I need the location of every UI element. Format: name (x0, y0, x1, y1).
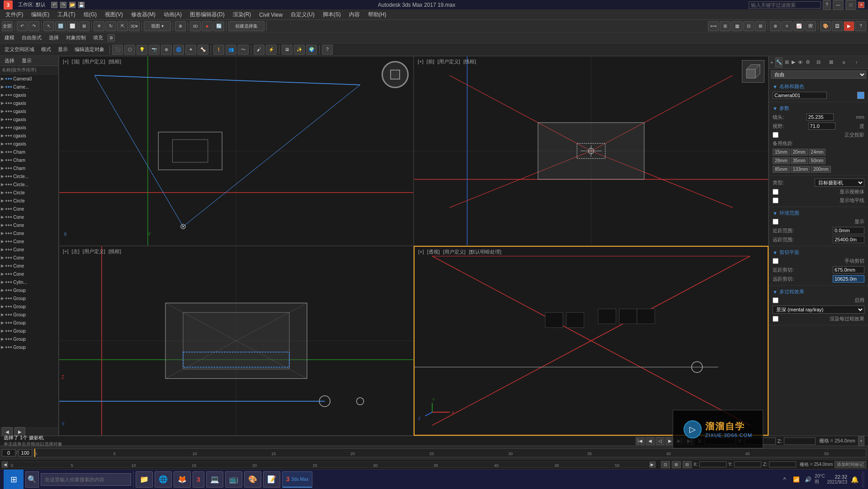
rp-tab-hierarchy[interactable]: ⊞ (784, 57, 789, 67)
taskbar-app-5[interactable]: 📺 (225, 471, 242, 488)
rp-tab-utilities[interactable]: ⚙ (805, 57, 811, 67)
rp-icon2[interactable]: ⊠ (826, 57, 836, 67)
tb3-workarea[interactable]: 定义空间区域 (2, 45, 37, 54)
scene-item-cgaxis1[interactable]: ▶●●●cgaxis (0, 91, 58, 99)
menu-view[interactable]: 视图(V) (101, 10, 127, 19)
tb3-helper[interactable]: ⊕ (161, 45, 172, 55)
scene-item-cone9[interactable]: ▶●●●Cone (0, 270, 58, 278)
tb-named-sel[interactable]: 创建选择集 (228, 21, 264, 31)
rp-ortho-checkbox[interactable] (773, 132, 778, 138)
tb3-models[interactable]: 模式 (38, 45, 54, 54)
scene-item-camera001[interactable]: ▶ ●●● Camera0 (0, 75, 58, 83)
tb2-fill[interactable]: 填充 (90, 33, 106, 42)
tb-redo[interactable]: ↷ (60, 2, 66, 8)
tb3-geo[interactable]: ⬛ (112, 45, 123, 55)
rp-icon4[interactable]: ↑ (851, 57, 861, 67)
tb2-objcontrol[interactable]: 对象控制 (63, 33, 89, 42)
menu-graphed[interactable]: 图形编辑器(D) (186, 10, 228, 19)
tb3-render2[interactable]: 🖥 (282, 45, 292, 55)
rp-icon1[interactable]: ⊟ (813, 57, 823, 67)
sidebar-scroll-right[interactable]: ▶ (14, 427, 25, 436)
coord-btn3[interactable]: ⊟ (683, 461, 692, 468)
taskbar-app-6[interactable]: 🎨 (244, 471, 261, 488)
tray-sound[interactable]: 🔊 (804, 475, 813, 484)
scene-item-group7[interactable]: ▶●●●Group (0, 335, 58, 343)
scene-item-cgaxis4[interactable]: ▶●●●cgaxis (0, 115, 58, 123)
scene-item-cham3[interactable]: ▶●●●Cham (0, 164, 58, 172)
taskbar-app-edge[interactable]: 🌐 (155, 471, 172, 488)
tb-clone[interactable]: ⊠ (755, 21, 766, 31)
tb-curve-editor[interactable]: 📈 (793, 21, 804, 31)
scene-item-circle1[interactable]: ▶●●●Circle... (0, 172, 58, 180)
tb3-effects[interactable]: ✨ (294, 45, 305, 55)
help-btn[interactable]: ? (823, 0, 831, 10)
scene-item-cgaxis3[interactable]: ▶●●●cgaxis (0, 107, 58, 115)
tb-ref-coord[interactable]: 视图 ▾ (144, 21, 171, 31)
minimize-btn[interactable]: — (833, 0, 844, 10)
scene-item-group6[interactable]: ▶●●●Group (0, 327, 58, 335)
tb3-paint[interactable]: 🖌 (254, 45, 264, 55)
tb-rect-select[interactable]: ⬜ (67, 21, 78, 31)
tb-move[interactable]: ✛ (94, 21, 104, 31)
tb-render[interactable]: ▶ (844, 21, 854, 31)
scene-item-cone7[interactable]: ▶●●●Cone (0, 254, 58, 262)
play-btn-prev-key[interactable]: |◀ (636, 437, 645, 445)
scene-item-cone5[interactable]: ▶●●●Cone (0, 237, 58, 245)
tb-snap[interactable]: 3D (190, 21, 201, 31)
menu-help[interactable]: 帮助(H) (364, 10, 390, 19)
scene-item-group1[interactable]: ▶●●●Group (0, 286, 58, 294)
timeline-current-frame[interactable] (2, 449, 15, 456)
tray-arrow[interactable]: ^ (780, 475, 789, 484)
viewport-left[interactable]: [+] [左] [用户定义] [线框] (59, 246, 414, 436)
tb3-question[interactable]: ? (322, 45, 333, 55)
tb3-biped[interactable]: 🚶 (213, 45, 224, 55)
tb-select-name[interactable]: 🔠 (55, 21, 66, 31)
taskbar-app-firefox[interactable]: 🦊 (174, 471, 191, 488)
viewport-perspective-label[interactable]: [+] [透视] [用户定义] [默认明暗处理] (417, 249, 502, 255)
menu-civil[interactable]: Civil View (255, 11, 286, 19)
viewport-top[interactable]: [+] [顶] [用户定义] [线框] (59, 56, 414, 246)
scene-item-circle4[interactable]: ▶●●●Circle (0, 197, 58, 205)
rp-enable-checkbox[interactable] (773, 297, 778, 303)
play-btn-prev[interactable]: ◀ (646, 437, 655, 445)
tb-schematic[interactable]: 🕸 (805, 21, 816, 31)
taskbar-search-input[interactable] (41, 473, 131, 486)
scene-item-group8[interactable]: ▶●●●Group (0, 343, 58, 351)
tb-scale[interactable]: ⇱ (117, 21, 128, 31)
rp-focal-input[interactable] (807, 113, 834, 121)
tb-layer[interactable]: ⊕ (770, 21, 781, 31)
scene-item-cone4[interactable]: ▶●●●Cone (0, 229, 58, 237)
timeline-lower-track[interactable]: 0 5 10 15 20 25 30 35 40 45 50 55 (10, 461, 647, 468)
menu-content[interactable]: 内容 (345, 10, 363, 19)
tb-spacing[interactable]: ⊟ (743, 21, 754, 31)
menu-animation[interactable]: 动画(A) (160, 10, 185, 19)
rp-color-swatch[interactable] (857, 92, 864, 99)
tb2-select[interactable]: 选择 (46, 33, 61, 42)
tray-clock[interactable]: 22:32 2021/9/23 (827, 474, 848, 484)
viewport-front-label[interactable]: [+] [前] [用户定义] [线框] (417, 58, 477, 65)
file-dropdown[interactable]: 工作区: 默认 (15, 0, 48, 9)
tb3-space[interactable]: 🌀 (173, 45, 184, 55)
scene-item-cgaxis5[interactable]: ▶●●●cgaxis (0, 123, 58, 132)
menu-custom[interactable]: 自定义(U) (287, 10, 318, 19)
sidebar-display-btn[interactable]: 显示 (19, 56, 34, 65)
tray-network[interactable]: 📶 (792, 475, 801, 484)
tray-notification[interactable]: 🔔 (850, 475, 859, 484)
rp-near-range-input[interactable] (833, 227, 864, 234)
menu-tools[interactable]: 工具(T) (54, 10, 79, 19)
tb-open[interactable]: 📂 (69, 2, 75, 8)
tb-save[interactable]: 💾 (78, 2, 85, 8)
preset-85mm[interactable]: 85mm (773, 166, 790, 173)
rp-env-show-checkbox[interactable] (773, 219, 778, 225)
rp-render-effects-checkbox[interactable] (773, 316, 778, 322)
tb-array[interactable]: ▦ (731, 21, 742, 31)
timeline-scroll-left[interactable]: ◀ (2, 461, 8, 468)
tb3-display[interactable]: 显示 (55, 45, 71, 54)
rp-near-clip-input[interactable] (833, 266, 864, 273)
tb3-shape[interactable]: ⬠ (124, 45, 135, 55)
viewport-perspective[interactable]: [+] [透视] [用户定义] [默认明暗处理] Front (414, 246, 769, 436)
rp-showcone-checkbox[interactable] (773, 189, 778, 195)
rp-multipass-title[interactable]: ▼ 多过程效果 (771, 287, 866, 296)
rp-far-range-input[interactable] (833, 236, 864, 243)
tb-snap2[interactable]: 🔺 (202, 21, 212, 31)
